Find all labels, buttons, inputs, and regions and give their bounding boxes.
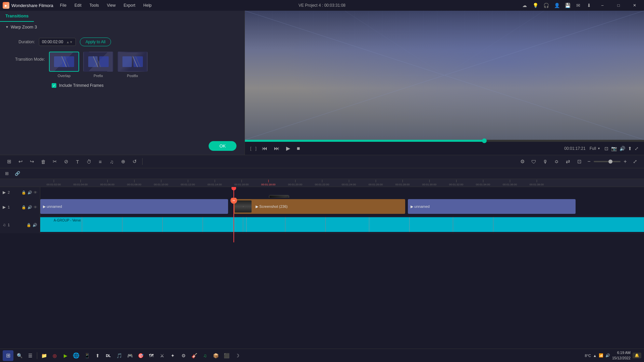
screenshot-icon[interactable]: 📷 <box>611 146 617 151</box>
clip-unnamed-right[interactable]: ▶ unnamed <box>408 199 576 214</box>
taskbar-files[interactable]: 📁 <box>39 351 49 360</box>
include-frames-checkbox[interactable]: ✓ <box>52 83 56 88</box>
toolbar-audio-icon[interactable]: ♫ <box>107 157 117 167</box>
toolbar-timer-icon[interactable]: ⏱ <box>84 157 94 167</box>
mode-prefix[interactable]: Prefix <box>83 52 113 78</box>
track-v1-lock-icon[interactable]: 🔒 <box>21 205 26 209</box>
menu-tools[interactable]: Tools <box>86 2 102 9</box>
taskbar-opera[interactable]: ◎ <box>50 351 59 360</box>
bulb-icon[interactable]: 💡 <box>531 1 539 9</box>
preview-bracket-left[interactable]: [ <box>250 146 251 151</box>
taskbar-app10[interactable]: 🎸 <box>190 351 199 360</box>
export-icon[interactable]: ⬆ <box>628 146 632 151</box>
taskbar-wifi[interactable]: 📶 <box>599 353 603 358</box>
toolbar-text-icon[interactable]: T <box>72 157 83 167</box>
apply-to-all-button[interactable]: Apply to All <box>80 38 111 46</box>
taskbar-app6[interactable]: 🗺 <box>147 351 156 360</box>
timeline-add-icon[interactable]: ⊞ <box>3 170 11 178</box>
toolbar-mic-icon[interactable]: 🎙 <box>540 157 550 167</box>
toolbar-swap-icon[interactable]: ⇄ <box>563 157 573 167</box>
track-v1-mute-icon[interactable]: 🔊 <box>28 205 32 209</box>
cloud-icon[interactable]: ☁ <box>521 1 529 9</box>
close-button[interactable]: ✕ <box>628 0 641 11</box>
taskbar-chrome[interactable]: 🌐 <box>71 351 81 360</box>
taskbar-app9[interactable]: ⚙ <box>179 351 188 360</box>
duration-spinner[interactable]: ▲▼ <box>66 40 73 44</box>
mode-thumb-postfix[interactable] <box>117 52 148 72</box>
taskbar-app3[interactable]: 🎵 <box>114 351 124 360</box>
toolbar-redo-icon[interactable]: ↪ <box>27 157 37 167</box>
taskbar-dl[interactable]: DL <box>104 351 113 360</box>
taskbar-spotify[interactable]: ♫ <box>200 351 210 360</box>
toolbar-disable-icon[interactable]: ⊘ <box>61 157 71 167</box>
expand-icon[interactable]: ⤢ <box>635 146 639 151</box>
toolbar-shield-icon[interactable]: 🛡 <box>529 157 539 167</box>
maximize-button[interactable]: □ <box>612 0 625 11</box>
toolbar-filter-icon[interactable]: ≡ <box>95 157 105 167</box>
track-a1-lock-icon[interactable]: 🔒 <box>26 223 31 227</box>
taskbar-sound[interactable]: 🔊 <box>605 353 610 358</box>
play-button[interactable]: ▶ <box>285 144 291 153</box>
audio-clip[interactable]: A-GROUP - Verve <box>40 217 644 232</box>
clip-unnamed-left[interactable]: ▶ unnamed <box>40 199 228 214</box>
taskbar-app5[interactable]: 🎯 <box>136 351 145 360</box>
taskbar-app4[interactable]: 🎮 <box>125 351 135 360</box>
zoom-slider-thumb[interactable] <box>608 160 612 164</box>
mode-thumb-overlap[interactable] <box>49 52 79 72</box>
toolbar-fullscreen-icon[interactable]: ⤢ <box>630 157 640 167</box>
preview-quality-selector[interactable]: Full ▼ <box>590 146 600 151</box>
toolbar-add-icon[interactable]: ⊕ <box>118 157 128 167</box>
track-a1-mute-icon[interactable]: 🔊 <box>33 223 37 227</box>
taskbar-night-mode[interactable]: ☽ <box>232 351 242 360</box>
zoom-out-button[interactable]: − <box>586 158 592 165</box>
save-icon[interactable]: 💾 <box>564 1 572 9</box>
track-v1-eye-icon[interactable]: 👁 <box>34 205 37 209</box>
menu-help[interactable]: Help <box>140 2 155 9</box>
audio-icon[interactable]: 🔊 <box>620 146 625 151</box>
timeline-link-icon[interactable]: 🔗 <box>13 170 21 178</box>
taskbar-app8[interactable]: ✦ <box>168 351 177 360</box>
fullscreen-icon[interactable]: ⊡ <box>604 146 608 151</box>
minimize-button[interactable]: – <box>596 0 609 11</box>
toolbar-settings-icon[interactable]: ⚙ <box>517 157 527 167</box>
taskbar-app2[interactable]: ⬆ <box>93 351 102 360</box>
menu-export[interactable]: Export <box>120 2 139 9</box>
step-back-button[interactable]: ⏭ <box>273 144 281 153</box>
taskbar-nvidia[interactable]: ▶ <box>61 351 70 360</box>
taskbar-clock[interactable]: 6:19 AM 15/12/2022 <box>612 350 631 361</box>
headphone-icon[interactable]: 🎧 <box>542 1 550 9</box>
skip-back-button[interactable]: ⏮ <box>261 144 269 153</box>
taskbar-search[interactable]: 🔍 <box>15 351 24 360</box>
track-v2-eye-icon[interactable]: 👁 <box>34 190 37 195</box>
duration-input[interactable]: 00:00:02:00 ▲▼ <box>39 38 76 46</box>
download-icon[interactable]: ⬇ <box>585 1 593 9</box>
taskbar-app11[interactable]: 📦 <box>211 351 220 360</box>
zoom-slider[interactable] <box>594 161 621 162</box>
taskbar-app7[interactable]: ⚔ <box>157 351 167 360</box>
toolbar-delete-icon[interactable]: 🗑 <box>38 157 48 167</box>
toolbar-undo-icon[interactable]: ↩ <box>15 157 25 167</box>
preview-timeline-bar[interactable] <box>245 140 644 142</box>
track-v2-mute-icon[interactable]: 🔊 <box>28 190 32 195</box>
menu-file[interactable]: File <box>57 2 70 9</box>
taskbar-app12[interactable]: ⬛ <box>222 351 231 360</box>
menu-view[interactable]: View <box>104 2 119 9</box>
taskbar-widgets[interactable]: ☰ <box>25 351 35 360</box>
stop-button[interactable]: ■ <box>296 144 302 153</box>
start-button[interactable]: ⊞ <box>3 350 13 361</box>
toolbar-box-icon[interactable]: ⊡ <box>574 157 584 167</box>
menu-edit[interactable]: Edit <box>71 2 85 9</box>
mode-thumb-prefix[interactable] <box>83 52 113 72</box>
account-icon[interactable]: 👤 <box>553 1 561 9</box>
zoom-in-button[interactable]: + <box>622 158 629 165</box>
taskbar-app1[interactable]: 📱 <box>82 351 92 360</box>
preview-bracket-right[interactable]: ] <box>255 146 256 151</box>
transitions-tab[interactable]: Transitions <box>0 11 34 22</box>
toolbar-align-icon[interactable]: ≎ <box>551 157 561 167</box>
collapse-arrow[interactable]: ▼ <box>5 25 9 29</box>
preview-thumb[interactable] <box>482 138 487 143</box>
mode-postfix[interactable]: Postfix <box>117 52 148 78</box>
mail-icon[interactable]: ✉ <box>574 1 582 9</box>
track-v2-lock-icon[interactable]: 🔒 <box>21 190 26 195</box>
toolbar-rotate-icon[interactable]: ↺ <box>129 157 140 167</box>
